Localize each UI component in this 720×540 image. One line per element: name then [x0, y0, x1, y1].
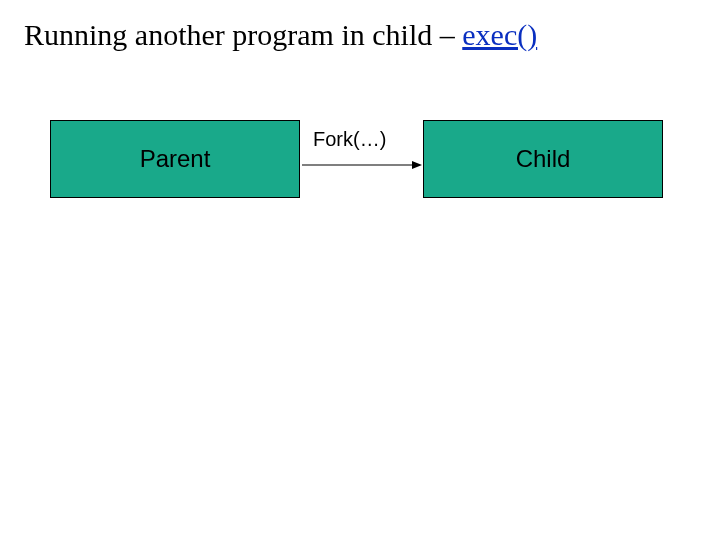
svg-marker-1	[412, 161, 422, 169]
child-box: Child	[423, 120, 663, 198]
title-prefix: Running another program in child –	[24, 18, 462, 51]
slide: Running another program in child – exec(…	[0, 0, 720, 540]
fork-arrow	[302, 160, 422, 170]
fork-label: Fork(…)	[313, 128, 386, 151]
parent-box: Parent	[50, 120, 300, 198]
child-label: Child	[516, 145, 571, 173]
parent-label: Parent	[140, 145, 211, 173]
title-exec: exec()	[462, 18, 537, 51]
page-title: Running another program in child – exec(…	[24, 18, 537, 52]
